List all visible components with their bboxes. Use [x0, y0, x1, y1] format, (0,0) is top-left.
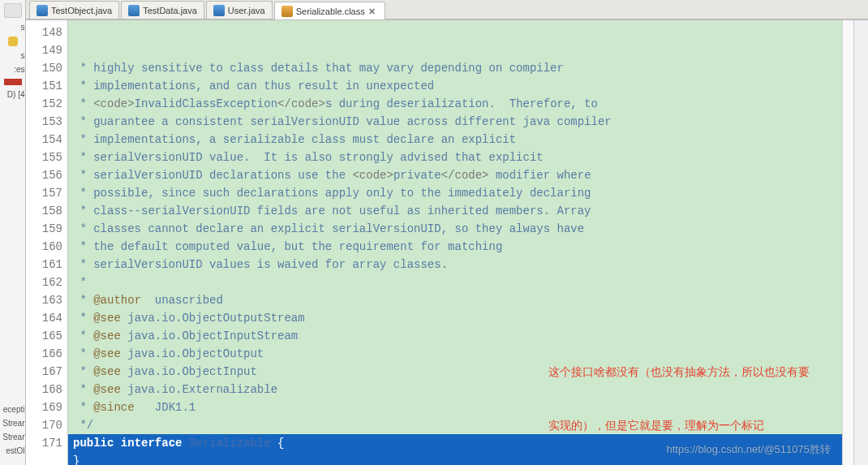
sidebar-stub — [4, 3, 22, 18]
line-number: 170 — [26, 416, 62, 434]
watermark-text: https://blog.csdn.net/@511075胜转 — [666, 441, 831, 459]
sidebar-bottom-label: Strear — [1, 433, 25, 441]
sidebar-bottom-label: estOl — [1, 446, 25, 455]
sidebar-label: 4] (D — [1, 90, 25, 99]
line-number: 171 — [26, 434, 62, 452]
code-line[interactable]: * implementations, and can thus result i… — [73, 77, 842, 95]
overview-ruler — [842, 20, 853, 465]
line-number: 156 — [26, 166, 62, 184]
main-area: TestObject.javaTestData.javaUser.javaSer… — [26, 0, 868, 465]
line-number: 162 — [26, 273, 62, 291]
code-area[interactable]: * highly sensitive to class details that… — [68, 20, 842, 465]
line-number: 154 — [26, 131, 62, 149]
warning-icon — [8, 37, 18, 46]
code-line[interactable]: * possible, since such declarations appl… — [73, 184, 842, 202]
class-file-icon — [281, 6, 293, 17]
sidebar-label: es: — [1, 65, 25, 74]
line-number: 168 — [26, 381, 62, 398]
left-sidebar: s s es: 4] (D ecepti Strear Strear estOl — [0, 0, 26, 465]
code-line[interactable]: * the default computed value, but the re… — [73, 238, 842, 256]
line-number-gutter: 1481491501511521531541551561571581591601… — [26, 20, 68, 465]
code-line[interactable]: * serialVersionUID value. It is also str… — [73, 149, 842, 166]
code-line[interactable]: * highly sensitive to class details that… — [73, 59, 842, 77]
java-file-icon — [37, 5, 48, 16]
line-number: 149 — [26, 41, 62, 59]
code-line[interactable]: * @see java.io.ObjectOutputStream — [73, 309, 842, 327]
sidebar-label: s — [1, 51, 25, 60]
app-root: s s es: 4] (D ecepti Strear Strear estOl… — [0, 0, 868, 465]
code-line[interactable]: * classes cannot declare an explicit ser… — [73, 220, 842, 238]
line-number: 158 — [26, 202, 62, 220]
sidebar-bottom-label: ecepti — [1, 405, 25, 414]
line-number: 169 — [26, 398, 62, 416]
code-line[interactable]: * serialVersionUID declarations use the … — [73, 166, 842, 184]
close-icon[interactable]: ✕ — [368, 6, 378, 16]
sidebar-bottom-label: Strear — [1, 419, 25, 428]
error-bar — [4, 79, 22, 85]
editor-tab[interactable]: TestObject.java — [29, 1, 119, 19]
line-number: 155 — [26, 149, 62, 166]
tab-label: Serializable.class — [296, 6, 365, 16]
line-number: 151 — [26, 77, 62, 95]
line-number: 157 — [26, 184, 62, 202]
annotation-line: 实现的），但是它就是要，理解为一个标记 — [548, 416, 810, 434]
code-line[interactable]: * <code>InvalidClassException</code>s du… — [73, 95, 842, 113]
code-line[interactable]: * @author unascribed — [73, 291, 842, 309]
code-line[interactable]: * — [73, 273, 842, 291]
editor-tab[interactable]: TestData.java — [121, 1, 204, 19]
annotation-line: 这个接口啥都没有（也没有抽象方法，所以也没有要 — [548, 363, 810, 381]
code-editor[interactable]: 1481491501511521531541551561571581591601… — [26, 19, 868, 465]
line-number: 161 — [26, 256, 62, 273]
vertical-scrollbar[interactable] — [853, 20, 868, 465]
line-number: 153 — [26, 113, 62, 131]
java-file-icon — [213, 5, 225, 16]
line-number: 167 — [26, 363, 62, 381]
tab-label: TestData.java — [143, 6, 197, 15]
line-number: 165 — [26, 327, 62, 345]
sidebar-label: s — [1, 23, 25, 32]
editor-tab[interactable]: Serializable.class✕ — [274, 2, 385, 19]
line-number: 166 — [26, 345, 62, 363]
line-number: 163 — [26, 291, 62, 309]
editor-tabbar: TestObject.javaTestData.javaUser.javaSer… — [26, 0, 868, 19]
code-line[interactable]: * implementations, a serializable class … — [73, 131, 842, 149]
line-number: 152 — [26, 95, 62, 113]
line-number: 159 — [26, 220, 62, 238]
java-file-icon — [128, 5, 140, 16]
line-number: 150 — [26, 59, 62, 77]
code-line[interactable]: * serialVersionUID values is waived for … — [73, 256, 842, 273]
line-number: 164 — [26, 309, 62, 327]
editor-tab[interactable]: User.java — [206, 1, 273, 19]
code-line[interactable]: * guarantee a consistent serialVersionUI… — [73, 113, 842, 131]
tab-label: User.java — [228, 6, 265, 15]
code-line[interactable]: * class--serialVersionUID fields are not… — [73, 202, 842, 220]
tab-label: TestObject.java — [51, 6, 112, 15]
line-number: 148 — [26, 24, 62, 41]
line-number: 160 — [26, 238, 62, 256]
